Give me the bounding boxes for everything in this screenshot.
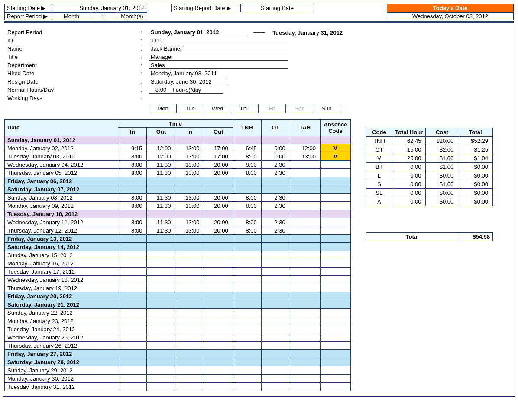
in2-cell[interactable] (175, 350, 204, 358)
ac-cell[interactable] (320, 300, 350, 309)
reportperiod-mode[interactable]: Month (52, 12, 91, 20)
date-cell[interactable]: Saturday, January 21, 2012 (5, 300, 118, 309)
date-cell[interactable]: Friday, January 27, 2012 (5, 350, 118, 358)
out2-cell[interactable]: 20:00 (204, 218, 233, 226)
out1-cell[interactable] (147, 276, 175, 284)
in1-cell[interactable] (118, 375, 147, 383)
in1-cell[interactable] (118, 185, 147, 194)
in1-cell[interactable]: 8:00 (118, 161, 147, 169)
in2-cell[interactable]: 13:00 (175, 144, 204, 152)
ac-cell[interactable] (320, 366, 350, 375)
date-cell[interactable]: Monday, January 30, 2012 (5, 375, 118, 383)
in2-cell[interactable]: 13:00 (175, 194, 204, 202)
out1-cell[interactable]: 12:00 (147, 152, 175, 161)
ac-cell[interactable] (320, 375, 350, 383)
in2-cell[interactable] (175, 268, 204, 276)
out1-cell[interactable]: 11:30 (147, 226, 175, 235)
out1-cell[interactable] (147, 383, 175, 391)
in1-cell[interactable]: 8:00 (118, 169, 147, 177)
working-day-tue[interactable]: Tue (176, 104, 204, 113)
out1-cell[interactable]: 11:30 (147, 202, 175, 210)
out1-cell[interactable] (147, 325, 175, 333)
out1-cell[interactable] (147, 366, 175, 375)
ac-cell[interactable] (320, 243, 350, 251)
out2-cell[interactable] (204, 284, 233, 292)
in2-cell[interactable] (175, 251, 204, 259)
date-cell[interactable]: Tuesday, January 24, 2012 (5, 325, 118, 333)
info-department-value[interactable]: Sales (149, 62, 288, 69)
ac-cell[interactable] (320, 333, 350, 342)
date-cell[interactable]: Wednesday, January 18, 2012 (5, 276, 118, 284)
ac-cell[interactable] (320, 202, 350, 210)
in1-cell[interactable] (118, 210, 147, 218)
in2-cell[interactable] (175, 342, 204, 350)
in2-cell[interactable] (175, 284, 204, 292)
ac-cell[interactable] (320, 226, 350, 235)
reportperiod-count[interactable]: 1 (91, 12, 117, 20)
out1-cell[interactable]: 11:30 (147, 169, 175, 177)
out2-cell[interactable] (204, 251, 233, 259)
in2-cell[interactable] (175, 375, 204, 383)
in2-cell[interactable] (175, 136, 204, 144)
out2-cell[interactable] (204, 235, 233, 243)
working-day-sun[interactable]: Sun (313, 104, 340, 113)
out1-cell[interactable] (147, 350, 175, 358)
out1-cell[interactable] (147, 292, 175, 300)
out1-cell[interactable] (147, 317, 175, 325)
out1-cell[interactable]: 11:30 (147, 218, 175, 226)
out1-cell[interactable] (147, 136, 175, 144)
out2-cell[interactable] (204, 268, 233, 276)
out1-cell[interactable] (147, 235, 175, 243)
in2-cell[interactable] (175, 366, 204, 375)
in1-cell[interactable] (118, 325, 147, 333)
out1-cell[interactable] (147, 309, 175, 317)
in1-cell[interactable] (118, 350, 147, 358)
date-cell[interactable]: Monday, January 02, 2012 (5, 144, 118, 152)
out2-cell[interactable] (204, 383, 233, 391)
in1-cell[interactable] (118, 243, 147, 251)
out2-cell[interactable]: 20:00 (204, 226, 233, 235)
out2-cell[interactable] (204, 243, 233, 251)
ac-cell[interactable] (320, 136, 350, 144)
in1-cell[interactable] (118, 251, 147, 259)
in1-cell[interactable] (118, 276, 147, 284)
date-cell[interactable]: Thursday, January 05, 2012 (5, 169, 118, 177)
out2-cell[interactable] (204, 259, 233, 268)
in1-cell[interactable]: 9:15 (118, 144, 147, 152)
out1-cell[interactable]: 11:30 (147, 194, 175, 202)
out2-cell[interactable]: 17:00 (204, 144, 233, 152)
date-cell[interactable]: Monday, January 16, 2012 (5, 259, 118, 268)
in2-cell[interactable] (175, 243, 204, 251)
out2-cell[interactable]: 17:00 (204, 152, 233, 161)
date-cell[interactable]: Monday, January 09, 2012 (5, 202, 118, 210)
in1-cell[interactable]: 8:00 (118, 218, 147, 226)
in2-cell[interactable] (175, 292, 204, 300)
in2-cell[interactable]: 13:00 (175, 226, 204, 235)
date-cell[interactable]: Sunday, January 15, 2012 (5, 251, 118, 259)
date-cell[interactable]: Friday, January 20, 2012 (5, 292, 118, 300)
info-normalhours-value[interactable]: 8:00 (155, 87, 166, 93)
in1-cell[interactable]: 8:00 (118, 152, 147, 161)
date-cell[interactable]: Saturday, January 14, 2012 (5, 243, 118, 251)
in1-cell[interactable] (118, 333, 147, 342)
ac-cell[interactable] (320, 309, 350, 317)
date-cell[interactable]: Tuesday, January 17, 2012 (5, 268, 118, 276)
in2-cell[interactable]: 13:00 (175, 202, 204, 210)
ac-cell[interactable] (320, 251, 350, 259)
date-cell[interactable]: Friday, January 06, 2012 (5, 177, 118, 185)
date-cell[interactable]: Wednesday, January 25, 2012 (5, 333, 118, 342)
ac-cell[interactable] (320, 276, 350, 284)
out2-cell[interactable]: 20:00 (204, 161, 233, 169)
info-name-value[interactable]: Jack Banner (149, 45, 288, 52)
date-cell[interactable]: Tuesday, January 03, 2012 (5, 152, 118, 161)
ac-cell[interactable] (320, 235, 350, 243)
ac-cell[interactable] (320, 342, 350, 350)
in2-cell[interactable] (175, 259, 204, 268)
in1-cell[interactable] (118, 284, 147, 292)
out2-cell[interactable]: 20:00 (204, 194, 233, 202)
ac-cell[interactable] (320, 325, 350, 333)
in2-cell[interactable] (175, 185, 204, 194)
date-cell[interactable]: Sunday, January 08, 2012 (5, 194, 118, 202)
in2-cell[interactable] (175, 210, 204, 218)
out1-cell[interactable] (147, 251, 175, 259)
